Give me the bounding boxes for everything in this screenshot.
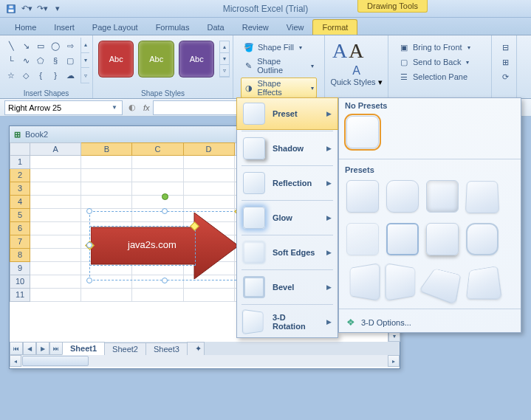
tab-view[interactable]: View <box>278 20 313 35</box>
style-swatch-red[interactable]: Abc <box>98 41 134 78</box>
scroll-down-icon[interactable]: ▾ <box>220 53 229 65</box>
shape-curve-icon[interactable]: ∿ <box>19 54 32 67</box>
tab-formulas[interactable]: Formulas <box>147 20 199 35</box>
cell[interactable] <box>30 156 81 169</box>
expand-icon[interactable]: ◐ <box>129 103 136 112</box>
col-header[interactable]: B <box>81 142 132 156</box>
group-button[interactable]: ⊞ <box>499 55 509 69</box>
shape-callout-icon[interactable]: ◇ <box>19 69 32 82</box>
shape-freeform-icon[interactable]: ⬠ <box>34 54 47 67</box>
rotate-button[interactable]: ⟳ <box>499 70 509 83</box>
scroll-up-icon[interactable]: ▴ <box>81 38 89 53</box>
style-swatch-green[interactable]: Abc <box>138 41 174 78</box>
chevron-down-icon[interactable]: ▼ <box>110 104 119 111</box>
scroll-up-icon[interactable]: ▴ <box>220 41 229 53</box>
preset-swatch[interactable] <box>466 223 499 255</box>
align-button[interactable]: ⊟ <box>499 41 509 54</box>
cell[interactable] <box>81 169 132 182</box>
send-to-back-button[interactable]: ▢ Send to Back▾ <box>396 55 484 69</box>
shape-outline-button[interactable]: ✎ Shape Outline▾ <box>241 55 317 76</box>
resize-handle[interactable] <box>86 208 92 214</box>
cell[interactable] <box>184 182 235 196</box>
first-sheet-icon[interactable]: ⏮ <box>10 342 23 355</box>
preset-swatch[interactable] <box>466 266 502 300</box>
row-header[interactable]: 10 <box>10 275 30 289</box>
undo-icon[interactable]: ↶▾ <box>20 2 33 16</box>
menu-soft-edges[interactable]: Soft Edges ▶ <box>237 237 338 268</box>
cell[interactable] <box>30 182 81 196</box>
quick-styles-button[interactable]: A Quick Styles ▾ <box>328 64 385 87</box>
tab-data[interactable]: Data <box>198 20 233 35</box>
scroll-more-icon[interactable]: ▿ <box>220 65 229 77</box>
name-box-input[interactable] <box>8 103 110 112</box>
cell[interactable] <box>30 275 81 289</box>
cell[interactable] <box>132 182 183 196</box>
redo-icon[interactable]: ↷▾ <box>35 2 49 16</box>
resize-handle[interactable] <box>86 242 92 248</box>
cell[interactable] <box>30 235 81 249</box>
row-header[interactable]: 8 <box>10 249 30 262</box>
cell[interactable] <box>184 169 235 182</box>
tab-insert[interactable]: Insert <box>45 20 83 35</box>
resize-handle[interactable] <box>162 278 168 283</box>
shape-speech-icon[interactable]: ☁ <box>64 69 77 82</box>
shape-textbox-icon[interactable]: ▢ <box>64 54 77 67</box>
tab-review[interactable]: Review <box>233 20 278 35</box>
cell[interactable] <box>30 196 81 209</box>
col-header[interactable]: D <box>184 142 235 156</box>
shapes-gallery-scroll[interactable]: ▴ ▾ ▿ <box>80 38 89 83</box>
scroll-left-icon[interactable]: ◂ <box>10 355 21 367</box>
cell[interactable] <box>30 249 81 262</box>
style-gallery-scroll[interactable]: ▴ ▾ ▿ <box>219 41 230 78</box>
prev-sheet-icon[interactable]: ◀ <box>23 342 36 355</box>
shape-brace2-icon[interactable]: } <box>49 69 62 82</box>
menu-preset[interactable]: Preset ▶ <box>236 97 338 130</box>
row-header[interactable]: 6 <box>10 222 30 235</box>
shape-arrow-icon[interactable]: ↘ <box>19 39 32 52</box>
col-header[interactable]: C <box>132 142 183 156</box>
row-header[interactable]: 11 <box>10 289 30 302</box>
last-sheet-icon[interactable]: ⏭ <box>49 342 63 355</box>
resize-handle[interactable] <box>162 208 168 214</box>
next-sheet-icon[interactable]: ▶ <box>36 342 49 355</box>
preset-swatch[interactable] <box>385 263 415 301</box>
menu-reflection[interactable]: Reflection ▶ <box>237 168 338 199</box>
shape-fill-button[interactable]: 🪣 Shape Fill▾ <box>241 41 317 54</box>
sheet-tab[interactable]: Sheet1 <box>62 342 105 355</box>
shapes-gallery[interactable]: ╲ ↘ ▭ ◯ ⇨ └ ∿ ⬠ § ▢ ☆ ◇ { } <box>3 38 78 83</box>
name-box[interactable]: ▼ <box>4 100 123 115</box>
new-sheet-icon[interactable]: ✦ <box>187 342 205 355</box>
preset-swatch[interactable] <box>426 180 459 213</box>
select-all-corner[interactable] <box>10 142 30 156</box>
preset-swatch[interactable] <box>419 269 461 306</box>
row-header[interactable]: 3 <box>10 182 30 196</box>
row-header[interactable]: 7 <box>10 235 30 249</box>
rotate-handle[interactable] <box>162 193 168 200</box>
row-header[interactable]: 4 <box>10 196 30 209</box>
menu-3d-rotation[interactable]: 3-D Rotation ▶ <box>237 306 338 337</box>
save-icon[interactable] <box>4 2 18 16</box>
shape-block-arrow-icon[interactable]: ⇨ <box>64 39 77 52</box>
fx-label[interactable]: fx <box>143 103 150 112</box>
row-header[interactable]: 9 <box>10 262 30 275</box>
preset-swatch[interactable] <box>346 223 379 255</box>
preset-none[interactable] <box>346 116 379 148</box>
shape-line-icon[interactable]: ╲ <box>4 39 18 52</box>
cell[interactable] <box>81 182 132 196</box>
cell[interactable] <box>81 156 132 169</box>
tab-home[interactable]: Home <box>6 20 45 35</box>
style-swatch-purple[interactable]: Abc <box>179 41 214 78</box>
row-header[interactable]: 2 <box>10 169 30 182</box>
shape-effects-button[interactable]: ◑ Shape Effects▾ <box>241 78 317 98</box>
cell[interactable] <box>30 169 81 182</box>
3d-options-button[interactable]: ❖ 3-D Options... <box>339 312 521 332</box>
shape-elbow-icon[interactable]: └ <box>4 54 18 67</box>
resize-handle[interactable] <box>86 278 92 283</box>
preset-swatch[interactable] <box>350 263 380 301</box>
row-header[interactable]: 1 <box>10 156 30 169</box>
tab-format[interactable]: Format <box>312 19 357 35</box>
shape-scribble-icon[interactable]: § <box>49 54 62 67</box>
shape-oval-icon[interactable]: ◯ <box>49 39 62 52</box>
scroll-right-icon[interactable]: ▸ <box>388 355 400 367</box>
shape-rect-icon[interactable]: ▭ <box>34 39 47 52</box>
